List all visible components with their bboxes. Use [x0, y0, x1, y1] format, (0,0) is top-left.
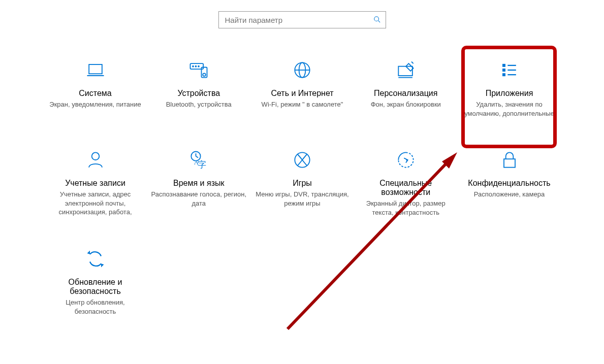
tile-title: Устройства	[149, 89, 248, 98]
tile-desc: Bluetooth, устройства	[149, 100, 248, 109]
tile-desc: Экранный диктор, размер текста, контраст…	[356, 199, 455, 217]
svg-text:字: 字	[198, 159, 206, 169]
tile-network[interactable]: Сеть и Интернет Wi-Fi, режим " в самолет…	[253, 56, 352, 118]
update-icon	[46, 245, 145, 273]
devices-icon	[149, 56, 248, 84]
tile-title: Персонализация	[356, 89, 455, 98]
tile-desc: Расположение, камера	[460, 190, 559, 199]
search-icon	[373, 16, 380, 24]
globe-icon	[253, 56, 352, 84]
tile-privacy[interactable]: Конфиденциальность Расположение, камера	[460, 146, 559, 217]
svg-point-6	[196, 65, 197, 67]
ease-icon	[356, 146, 455, 174]
tile-title: Игры	[253, 179, 352, 188]
tile-title: Обновление и безопасность	[46, 278, 145, 296]
svg-point-9	[203, 73, 206, 76]
search-box[interactable]	[218, 11, 386, 28]
svg-marker-32	[101, 263, 104, 267]
svg-line-15	[411, 61, 414, 63]
svg-rect-30	[504, 159, 515, 168]
tile-desc: Фон, экран блокировки	[356, 100, 455, 109]
svg-line-25	[196, 156, 199, 157]
svg-line-1	[378, 20, 380, 22]
svg-point-0	[374, 16, 378, 21]
lock-icon	[460, 146, 559, 174]
time-lang-icon: 字 A	[149, 146, 248, 174]
tile-title: Учетные записи	[46, 179, 145, 188]
tile-time[interactable]: 字 A Время и язык Распознавание голоса, р…	[149, 146, 248, 217]
tile-devices[interactable]: Устройства Bluetooth, устройства	[149, 56, 248, 118]
tile-title: Система	[46, 89, 145, 98]
person-icon	[46, 146, 145, 174]
search-input[interactable]	[224, 15, 373, 25]
paint-icon	[356, 56, 455, 84]
tile-ease[interactable]: Специальные возможности Экранный диктор,…	[356, 146, 455, 217]
tile-title: Сеть и Интернет	[253, 89, 352, 98]
svg-rect-2	[89, 64, 102, 74]
highlight-box	[461, 46, 557, 148]
tile-system[interactable]: Система Экран, уведомления, питание	[46, 56, 145, 118]
tile-accounts[interactable]: Учетные записи Учетные записи, адрес эле…	[46, 146, 145, 217]
tile-gaming[interactable]: Игры Меню игры, DVR, трансляция, режим и…	[253, 146, 352, 217]
tile-desc: Меню игры, DVR, трансляция, режим игры	[253, 190, 352, 208]
tile-desc: Учетные записи, адрес электронной почты,…	[46, 190, 145, 217]
tile-update[interactable]: Обновление и безопасность Центр обновлен…	[46, 245, 145, 316]
laptop-icon	[46, 56, 145, 84]
tile-desc: Центр обновления, безопасность	[46, 298, 145, 316]
tile-title: Конфиденциальность	[460, 179, 559, 188]
svg-point-22	[91, 152, 99, 160]
xbox-icon	[253, 146, 352, 174]
tile-personalization[interactable]: Персонализация Фон, экран блокировки	[356, 56, 455, 118]
tile-desc: Распознавание голоса, регион, дата	[149, 190, 248, 208]
tile-desc: Экран, уведомления, питание	[46, 100, 145, 109]
svg-point-7	[198, 65, 199, 67]
svg-text:A: A	[194, 159, 199, 166]
tile-title: Время и язык	[149, 179, 248, 188]
svg-marker-31	[87, 250, 90, 254]
tile-title: Специальные возможности	[356, 179, 455, 197]
tile-desc: Wi-Fi, режим " в самолете"	[253, 100, 352, 109]
svg-point-5	[193, 65, 194, 67]
